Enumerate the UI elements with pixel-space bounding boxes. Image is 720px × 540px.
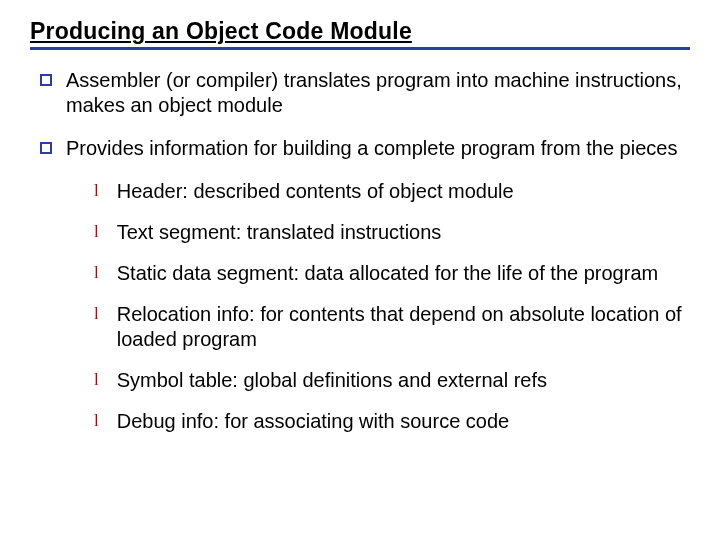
sub-bullet-icon: l [94, 302, 99, 327]
square-bullet-icon [40, 74, 52, 86]
sub-bullet-text: Text segment: translated instructions [117, 220, 690, 245]
sub-bullet-icon: l [94, 220, 99, 245]
sub-bullet-text: Relocation info: for contents that depen… [117, 302, 690, 352]
main-bullet-list: Assembler (or compiler) translates progr… [30, 68, 690, 434]
list-item: Assembler (or compiler) translates progr… [40, 68, 690, 118]
list-item: Provides information for building a comp… [40, 136, 690, 161]
sub-bullet-text: Symbol table: global definitions and ext… [117, 368, 690, 393]
slide-title: Producing an Object Code Module [30, 18, 690, 50]
list-item: l Relocation info: for contents that dep… [94, 302, 690, 352]
list-item: l Debug info: for associating with sourc… [94, 409, 690, 434]
sub-bullet-icon: l [94, 368, 99, 393]
list-item: l Text segment: translated instructions [94, 220, 690, 245]
sub-bullet-icon: l [94, 179, 99, 204]
list-item: l Symbol table: global definitions and e… [94, 368, 690, 393]
bullet-text: Assembler (or compiler) translates progr… [66, 68, 690, 118]
sub-bullet-list: l Header: described contents of object m… [40, 179, 690, 434]
list-item: l Header: described contents of object m… [94, 179, 690, 204]
list-item: l Static data segment: data allocated fo… [94, 261, 690, 286]
sub-bullet-icon: l [94, 261, 99, 286]
sub-bullet-text: Header: described contents of object mod… [117, 179, 690, 204]
bullet-text: Provides information for building a comp… [66, 136, 690, 161]
sub-bullet-icon: l [94, 409, 99, 434]
sub-bullet-text: Static data segment: data allocated for … [117, 261, 690, 286]
square-bullet-icon [40, 142, 52, 154]
sub-bullet-text: Debug info: for associating with source … [117, 409, 690, 434]
